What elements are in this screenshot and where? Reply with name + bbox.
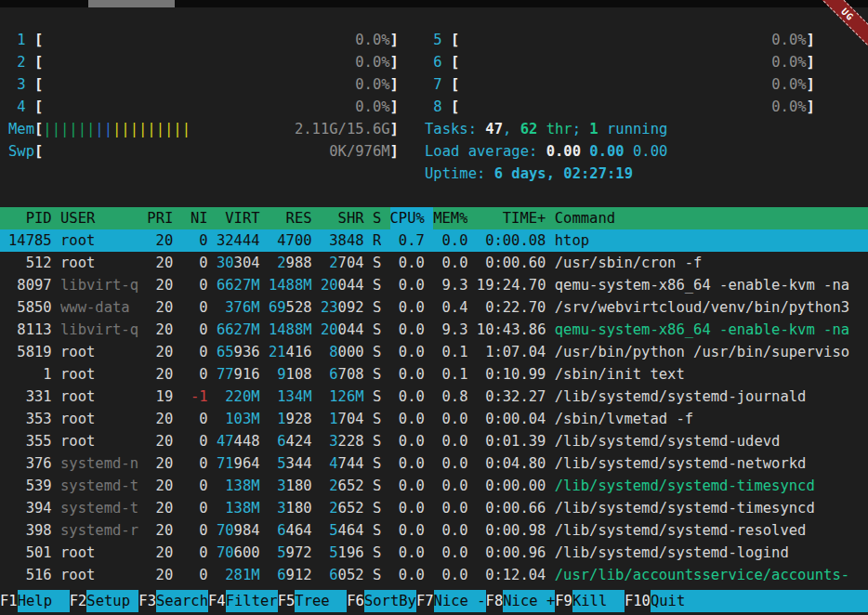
text-segment: 6 — [277, 433, 285, 450]
fkey-f9-button[interactable]: Kill — [572, 590, 625, 612]
column-header-virt[interactable]: VIRT — [217, 207, 260, 229]
cell-command: /lib/systemd/systemd-logind — [555, 542, 868, 564]
text-segment: 0.0 — [399, 344, 425, 360]
text-segment: 0:00.04 — [485, 411, 546, 427]
text-segment: 65 — [217, 344, 234, 360]
text-segment: 6627M — [217, 277, 260, 294]
text-segment: /lib/systemd/systemd-udevd — [555, 433, 781, 450]
process-row[interactable]: 398systemd-r2007098464645464S0.00.00:00.… — [0, 519, 868, 542]
cell-cpu: 0.0 — [390, 319, 434, 341]
process-row[interactable]: 5819root20065936214168000S0.00.11:07.04/… — [0, 341, 868, 363]
text-segment: 0.0 — [399, 522, 425, 539]
fkey-f1-button[interactable]: Help — [18, 590, 70, 612]
text-segment: 0:01.39 — [485, 433, 546, 450]
meters-area: 1 [0.0%] 2 [0.0%] 3 [0.0%] 4 [0.0%]Mem[|… — [0, 7, 868, 185]
process-row[interactable]: 8113libvirt-q2006627M1488M20044S0.09.310… — [0, 319, 868, 341]
cell-cpu: 0.0 — [390, 252, 434, 274]
cell-time: 0:01.39 — [477, 430, 546, 452]
cell-shr: 6052 — [321, 564, 364, 586]
text-segment: 2 — [329, 478, 337, 494]
window-drag-handle[interactable] — [88, 0, 175, 7]
fkey-f5-button[interactable]: Tree — [295, 590, 347, 612]
process-row[interactable]: 353root200103M19281704S0.00.00:00.04/sbi… — [0, 408, 868, 430]
text-segment: 092 — [338, 299, 364, 316]
process-row[interactable]: 8097libvirt-q2006627M1488M20044S0.09.319… — [0, 274, 868, 296]
text-segment: 964 — [234, 455, 260, 472]
fkey-f2-button[interactable]: Setup — [86, 590, 138, 612]
process-table-body: 14785root2003244447003848R0.70.00:00.08h… — [0, 229, 868, 586]
cell-shr: 20044 — [321, 319, 364, 341]
process-row[interactable]: 14785root2003244447003848R0.70.00:00.08h… — [0, 229, 868, 252]
fkey-f10-button[interactable]: Quit — [651, 590, 868, 612]
process-row[interactable]: 376systemd-n2007196453444744S0.00.00:04.… — [0, 452, 868, 475]
text-segment: root — [60, 411, 95, 427]
column-header-pri[interactable]: PRI — [147, 207, 173, 229]
process-row[interactable]: 355root2004744864243228S0.00.00:01.39/li… — [0, 430, 868, 452]
cell-pri: 20 — [147, 319, 173, 341]
column-header-pid[interactable]: PID — [8, 207, 52, 229]
cell-mem: 0.0 — [433, 497, 467, 519]
meter-close-bracket: ] — [807, 96, 815, 118]
process-row[interactable]: 501root2007060059725196S0.00.00:00.96/li… — [0, 542, 868, 564]
process-row[interactable]: 1root2007791691086708S0.00.10:10.99/sbin… — [0, 363, 868, 386]
cell-s: S — [373, 386, 381, 408]
cell-pid: 353 — [8, 408, 52, 430]
meter-cpu-5: 5 [0.0%] — [425, 29, 815, 51]
cell-virt: 376M — [217, 296, 260, 319]
column-header-shr[interactable]: SHR — [321, 207, 364, 229]
cell-pid: 331 — [8, 386, 52, 408]
text-segment: 0 — [199, 544, 207, 561]
process-row[interactable]: 5850www-data200376M6952823092S0.00.40:22… — [0, 296, 868, 319]
cell-res: 1488M — [269, 319, 312, 341]
cell-command: /usr/bin/python /usr/bin/superviso — [555, 341, 868, 363]
text-segment: 516 — [26, 567, 52, 583]
meter-mem: Mem[|||||||||||||||||2.11G/15.6G] — [8, 118, 425, 140]
cell-cpu: 0.0 — [390, 452, 434, 475]
meter-cpu-2: 2 [0.0%] — [8, 51, 425, 73]
text-segment: 528 — [286, 299, 312, 316]
process-row[interactable]: 516root200281M69126052S0.00.00:12.04/usr… — [0, 564, 868, 586]
cell-user: root — [60, 564, 138, 586]
text-segment: 0.0 — [441, 522, 467, 539]
fkey-f2-key: F2 — [70, 590, 87, 612]
cell-pri: 20 — [147, 497, 173, 519]
cell-ni: 0 — [182, 229, 208, 252]
text-segment: /usr/bin/python /usr/bin/superviso — [555, 344, 849, 360]
column-header-s[interactable]: S — [373, 207, 381, 229]
column-header-cpu[interactable]: CPU% — [390, 207, 434, 229]
column-header-user[interactable]: USER — [60, 207, 138, 229]
text-segment: 6 — [329, 567, 337, 583]
column-header-res[interactable]: RES — [269, 207, 312, 229]
fkey-f3-button[interactable]: Search — [156, 590, 208, 612]
process-row[interactable]: 539systemd-t200138M31802652S0.00.00:00.0… — [0, 475, 868, 497]
cell-shr: 2652 — [321, 497, 364, 519]
meter-bar: 0.0% — [459, 96, 806, 118]
meter-bar: 0.0% — [459, 51, 806, 73]
fkey-f4-button[interactable]: Filter — [226, 590, 278, 612]
meter-value: 0.0% — [771, 51, 806, 73]
cell-pid: 539 — [8, 475, 52, 497]
fkey-f8-button[interactable]: Nice + — [503, 590, 555, 612]
text-segment: 8 — [329, 344, 337, 360]
text-segment: 8097 — [17, 277, 51, 294]
text-segment: 9.3 — [441, 277, 467, 294]
text-segment: 0:04.80 — [485, 455, 546, 472]
process-row[interactable]: 512root2003030429882704S0.00.00:00.60/us… — [0, 252, 868, 274]
column-header-mem[interactable]: MEM% — [433, 207, 467, 229]
process-row[interactable]: 331root19-1220M134M126MS0.00.80:32.27/li… — [0, 386, 868, 408]
column-header-ni[interactable]: NI — [182, 207, 208, 229]
meter-label: 1 — [8, 29, 34, 51]
cell-s: S — [373, 452, 381, 475]
text-segment: 0.0 — [441, 411, 467, 427]
fkey-f7-button[interactable]: Nice - — [434, 590, 486, 612]
cell-shr: 6708 — [321, 363, 364, 386]
text-segment: 20 — [156, 455, 174, 472]
cell-cpu: 0.0 — [390, 564, 434, 586]
text-segment: 47 — [217, 433, 234, 450]
text-segment: 5850 — [17, 299, 51, 316]
column-header-command[interactable]: Command — [555, 207, 868, 229]
column-header-time[interactable]: TIME+ — [477, 207, 546, 229]
process-row[interactable]: 394systemd-t200138M31802652S0.00.00:00.6… — [0, 497, 868, 519]
fkey-f6-button[interactable]: SortBy — [364, 590, 416, 612]
meter-open-bracket: [ — [34, 96, 43, 118]
